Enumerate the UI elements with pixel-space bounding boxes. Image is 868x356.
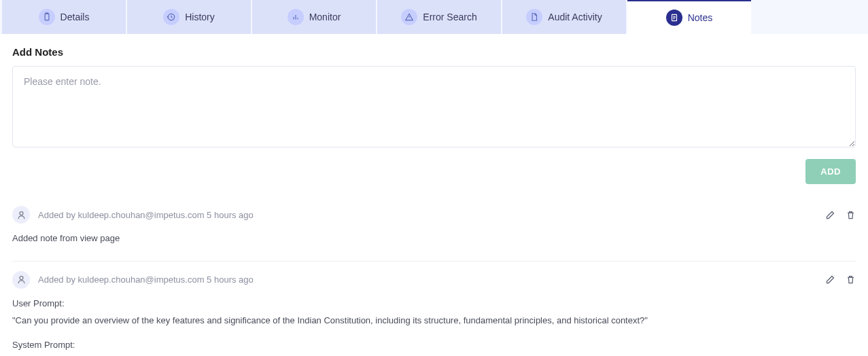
- tab-bar: Details History Monitor Error Search Aud…: [0, 0, 868, 34]
- note-body: User Prompt: "Can you provide an overvie…: [12, 297, 856, 356]
- tab-notes[interactable]: Notes: [627, 0, 751, 34]
- note-header: Added by kuldeep.chouhan@impetus.com 5 h…: [12, 271, 856, 289]
- tab-label: Audit Activity: [548, 12, 602, 22]
- clipboard-icon: [39, 9, 55, 25]
- notes-list: Added by kuldeep.chouhan@impetus.com 5 h…: [12, 196, 856, 356]
- tab-label: History: [185, 12, 215, 22]
- add-button-row: ADD: [12, 159, 856, 184]
- tab-error-search[interactable]: Error Search: [377, 0, 501, 34]
- system-prompt-label: System Prompt:: [12, 338, 856, 353]
- svg-point-4: [20, 277, 23, 280]
- tab-label: Monitor: [309, 12, 341, 22]
- tab-history[interactable]: History: [127, 0, 251, 34]
- delete-icon[interactable]: [845, 274, 856, 285]
- notes-icon: [666, 10, 682, 26]
- tab-details[interactable]: Details: [2, 0, 126, 34]
- note-item: Added by kuldeep.chouhan@impetus.com 5 h…: [12, 196, 856, 262]
- user-prompt-text: "Can you provide an overview of the key …: [12, 314, 856, 328]
- notes-content: Add Notes ADD Added by kuldeep.chouhan@i…: [0, 34, 868, 356]
- note-input[interactable]: [12, 66, 856, 147]
- bar-chart-icon: [288, 9, 304, 25]
- edit-icon[interactable]: [824, 274, 835, 285]
- tab-label: Details: [60, 12, 90, 22]
- svg-rect-0: [45, 14, 49, 20]
- user-prompt-label: User Prompt:: [12, 297, 856, 311]
- tab-monitor[interactable]: Monitor: [252, 0, 376, 34]
- note-meta: Added by kuldeep.chouhan@impetus.com 5 h…: [38, 210, 254, 220]
- note-item: Added by kuldeep.chouhan@impetus.com 5 h…: [12, 262, 856, 356]
- tab-audit-activity[interactable]: Audit Activity: [502, 0, 626, 34]
- note-body: Added note from view page: [12, 232, 856, 246]
- edit-icon[interactable]: [824, 209, 835, 220]
- alert-triangle-icon: [401, 9, 417, 25]
- note-header-left: Added by kuldeep.chouhan@impetus.com 5 h…: [12, 206, 254, 224]
- note-header: Added by kuldeep.chouhan@impetus.com 5 h…: [12, 206, 856, 224]
- add-button[interactable]: ADD: [805, 159, 856, 184]
- note-actions: [824, 274, 856, 285]
- tab-label: Notes: [688, 12, 713, 23]
- add-notes-title: Add Notes: [12, 46, 856, 58]
- note-meta: Added by kuldeep.chouhan@impetus.com 5 h…: [38, 274, 254, 285]
- svg-point-3: [20, 211, 23, 215]
- note-actions: [824, 209, 856, 220]
- tab-label: Error Search: [423, 12, 476, 22]
- app-container: Details History Monitor Error Search Aud…: [0, 0, 868, 356]
- document-icon: [526, 9, 542, 25]
- user-avatar-icon: [12, 206, 30, 224]
- user-avatar-icon: [12, 271, 30, 289]
- history-icon: [163, 9, 179, 25]
- delete-icon[interactable]: [845, 209, 856, 220]
- note-header-left: Added by kuldeep.chouhan@impetus.com 5 h…: [12, 271, 254, 289]
- note-text: Added note from view page: [12, 232, 856, 246]
